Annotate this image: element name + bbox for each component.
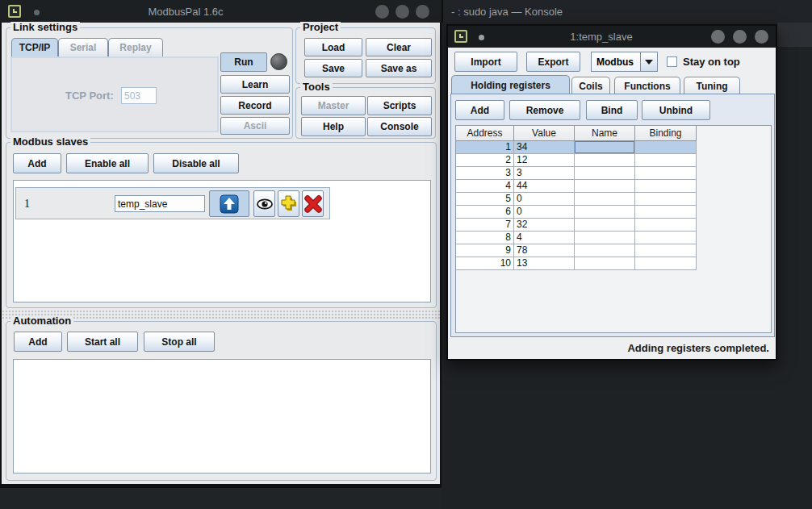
tab-holding-registers[interactable]: Holding registers	[451, 75, 570, 94]
register-cell-binding[interactable]	[635, 244, 697, 257]
register-cell-value[interactable]: 13	[514, 257, 575, 270]
register-cell-value[interactable]: 78	[514, 244, 575, 257]
table-header-name[interactable]: Name	[575, 126, 635, 141]
register-cell-binding[interactable]	[635, 219, 697, 232]
register-cell-value[interactable]: 4	[514, 232, 575, 244]
konsole-titlebar[interactable]: - : sudo java — Konsole	[442, 0, 812, 23]
save-button[interactable]: Save	[304, 59, 362, 77]
register-cell-binding[interactable]	[635, 180, 697, 193]
register-cell-address[interactable]: 3	[456, 167, 514, 180]
help-button[interactable]: Help	[301, 117, 366, 136]
register-cell-value[interactable]: 44	[514, 180, 575, 193]
record-button[interactable]: Record	[220, 96, 290, 115]
learn-button[interactable]: Learn	[220, 75, 290, 94]
register-cell-name[interactable]	[575, 167, 635, 180]
mode-combobox-arrow-button[interactable]	[640, 52, 657, 71]
tab-replay[interactable]: Replay	[108, 38, 163, 56]
register-cell-name[interactable]	[575, 232, 635, 244]
register-add-button[interactable]: Add	[455, 100, 504, 120]
slave-row[interactable]: 1	[15, 187, 330, 219]
slave-enable-toggle[interactable]	[209, 190, 249, 217]
scripts-button[interactable]: Scripts	[367, 96, 432, 115]
register-cell-address[interactable]: 8	[456, 232, 514, 244]
register-cell-address[interactable]: 10	[456, 257, 514, 270]
register-remove-button[interactable]: Remove	[509, 100, 580, 120]
register-row[interactable]: 1013	[456, 257, 697, 270]
register-cell-value[interactable]: 0	[514, 193, 575, 206]
register-cell-name[interactable]	[575, 141, 635, 154]
register-cell-name[interactable]	[575, 154, 635, 167]
register-cell-value[interactable]: 12	[514, 154, 575, 167]
register-cell-binding[interactable]	[635, 232, 697, 244]
import-button[interactable]: Import	[454, 52, 517, 72]
master-button[interactable]: Master	[301, 96, 366, 115]
tab-tcpip[interactable]: TCP/IP	[11, 38, 58, 56]
tab-tuning[interactable]: Tuning	[684, 77, 740, 94]
register-cell-address[interactable]: 7	[456, 219, 514, 232]
register-cell-name[interactable]	[575, 193, 635, 206]
modbuspal-titlebar[interactable]: ModbusPal 1.6c	[0, 0, 442, 23]
tab-functions[interactable]: Functions	[614, 77, 680, 94]
register-cell-binding[interactable]	[635, 206, 697, 219]
register-row[interactable]: 212	[456, 154, 697, 167]
register-cell-binding[interactable]	[635, 257, 697, 270]
register-cell-binding[interactable]	[635, 141, 697, 154]
register-cell-name[interactable]	[575, 257, 635, 270]
run-button[interactable]: Run	[220, 52, 267, 72]
register-cell-value[interactable]: 3	[514, 167, 575, 180]
register-cell-address[interactable]: 1	[456, 141, 514, 154]
modbuspal-window-button-2[interactable]	[396, 5, 409, 19]
register-row[interactable]: 60	[456, 206, 697, 219]
slave-delete-button[interactable]	[302, 190, 324, 217]
automation-add-button[interactable]: Add	[14, 332, 62, 352]
enable-all-button[interactable]: Enable all	[66, 153, 149, 173]
clear-button[interactable]: Clear	[366, 38, 432, 56]
modbuspal-window-button-1[interactable]	[375, 5, 389, 19]
save-as-button[interactable]: Save as	[366, 59, 432, 77]
register-cell-address[interactable]: 9	[456, 244, 514, 257]
slave-dialog-titlebar[interactable]: 1:temp_slave	[448, 26, 776, 48]
register-cell-address[interactable]: 6	[456, 206, 514, 219]
load-button[interactable]: Load	[304, 38, 362, 56]
register-row[interactable]: 50	[456, 193, 697, 206]
slave-dialog-window-button-3[interactable]	[755, 30, 768, 44]
register-cell-binding[interactable]	[635, 193, 697, 206]
console-button[interactable]: Console	[367, 117, 432, 136]
register-cell-name[interactable]	[575, 244, 635, 257]
table-header-value[interactable]: Value	[514, 126, 575, 141]
register-row[interactable]: 444	[456, 180, 697, 193]
register-cell-value[interactable]: 34	[514, 141, 575, 154]
tab-serial[interactable]: Serial	[58, 38, 108, 56]
slave-name-field[interactable]	[115, 195, 205, 212]
start-all-button[interactable]: Start all	[67, 332, 138, 352]
mode-combobox[interactable]: Modbus	[591, 52, 658, 72]
register-row[interactable]: 732	[456, 219, 697, 232]
modbuspal-window-button-3[interactable]	[416, 5, 429, 19]
register-cell-binding[interactable]	[635, 154, 697, 167]
register-unbind-button[interactable]: Unbind	[642, 100, 710, 120]
stop-all-button[interactable]: Stop all	[144, 332, 215, 352]
disable-all-button[interactable]: Disable all	[153, 153, 239, 173]
register-row[interactable]: 84	[456, 232, 697, 244]
register-cell-name[interactable]	[575, 206, 635, 219]
tab-coils[interactable]: Coils	[571, 77, 610, 94]
register-cell-value[interactable]: 32	[514, 219, 575, 232]
register-bind-button[interactable]: Bind	[586, 100, 638, 120]
register-cell-value[interactable]: 0	[514, 206, 575, 219]
register-cell-address[interactable]: 5	[456, 193, 514, 206]
register-cell-address[interactable]: 2	[456, 154, 514, 167]
slave-dialog-window-button-1[interactable]	[711, 30, 725, 44]
export-button[interactable]: Export	[526, 52, 580, 72]
slave-add-button[interactable]: Add	[13, 153, 61, 173]
table-header-binding[interactable]: Binding	[635, 126, 697, 141]
register-row[interactable]: 134	[456, 141, 697, 154]
slave-duplicate-button[interactable]	[278, 190, 299, 217]
slave-view-button[interactable]	[253, 190, 275, 217]
register-cell-name[interactable]	[575, 180, 635, 193]
table-header-address[interactable]: Address	[456, 126, 514, 141]
register-row[interactable]: 978	[456, 244, 697, 257]
slave-dialog-window-button-2[interactable]	[733, 30, 747, 44]
ascii-button[interactable]: Ascii	[220, 117, 290, 135]
stay-on-top-checkbox[interactable]	[667, 56, 677, 67]
register-row[interactable]: 33	[456, 167, 697, 180]
